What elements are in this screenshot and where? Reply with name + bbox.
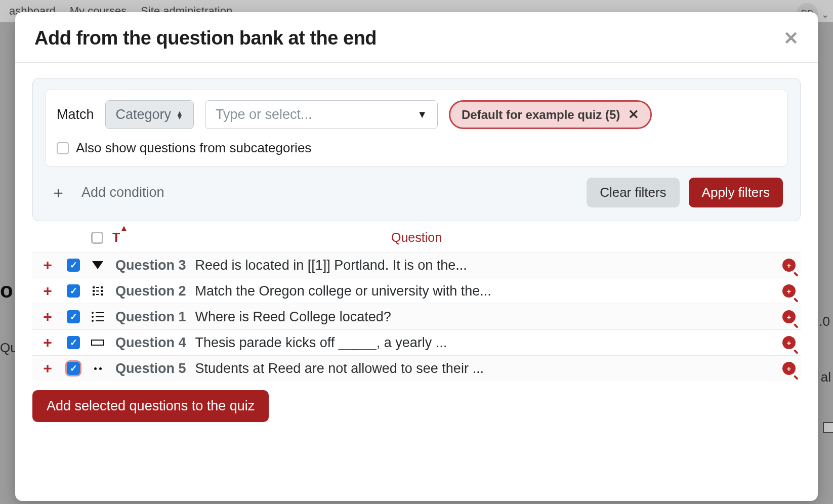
add-condition-label: Add condition	[81, 185, 164, 200]
question-row: +✓Question 1Where is Reed College locate…	[32, 304, 801, 329]
clear-filters-button[interactable]: Clear filters	[587, 178, 679, 207]
question-table-header: T ▲ Question	[32, 221, 801, 252]
question-text: Where is Reed College located?	[195, 309, 773, 325]
sort-by-question-header[interactable]: Question	[391, 230, 442, 245]
question-type-dropdown-icon	[92, 261, 103, 269]
sort-asc-icon: ▲	[119, 223, 129, 234]
question-name: Question 1	[115, 309, 186, 325]
question-text: Match the Oregon college or university w…	[195, 283, 773, 299]
preview-question-button[interactable]: +	[782, 336, 796, 349]
question-text: Reed is located in [[1]] Portland. It is…	[195, 258, 773, 273]
add-selected-button[interactable]: Add selected questions to the quiz	[32, 390, 269, 422]
question-type-icon	[89, 340, 106, 346]
add-question-button[interactable]: +	[37, 334, 58, 351]
question-type-icon	[89, 286, 106, 296]
filter-field-select-label: Category	[116, 107, 172, 122]
select-question-checkbox[interactable]: ✓	[67, 284, 80, 298]
question-row: +✓Question 5Students at Reed are not all…	[32, 355, 801, 381]
question-type-icon	[89, 312, 106, 322]
plus-icon: ＋	[50, 182, 66, 204]
question-type-shortanswer-icon	[91, 340, 104, 346]
sort-by-type-header[interactable]: T ▲	[112, 230, 123, 245]
filter-value-combobox[interactable]: Type or select... ▼	[205, 100, 438, 129]
question-type-multichoice-icon	[92, 312, 104, 322]
question-type-icon	[89, 261, 106, 269]
question-name: Question 2	[115, 283, 186, 299]
question-type-icon	[89, 367, 106, 370]
select-all-checkbox[interactable]	[91, 232, 103, 244]
select-question-checkbox[interactable]: ✓	[67, 336, 80, 349]
zoom-plus-icon: +	[782, 362, 796, 375]
zoom-plus-icon: +	[782, 310, 796, 323]
selected-category-chip[interactable]: Default for example quiz (5) ✕	[449, 100, 652, 129]
filter-value-placeholder: Type or select...	[216, 107, 312, 122]
question-table-body: +✓Question 3Reed is located in [[1]] Por…	[32, 252, 801, 381]
add-condition-button[interactable]: ＋ Add condition	[50, 182, 164, 204]
question-name: Question 5	[115, 361, 186, 376]
chip-remove-icon[interactable]: ✕	[628, 107, 639, 122]
add-question-button[interactable]: +	[37, 257, 58, 274]
modal-title: Add from the question bank at the end	[34, 27, 377, 49]
modal-body: Match Category ▲▼ Type or select... ▼ De…	[15, 63, 818, 432]
zoom-plus-icon: +	[782, 284, 796, 298]
question-name: Question 3	[115, 258, 186, 273]
dropdown-triangle-icon: ▼	[417, 109, 427, 120]
select-question-checkbox[interactable]: ✓	[67, 310, 80, 323]
question-type-truefalse-icon	[94, 367, 102, 370]
question-text: Students at Reed are not allowed to see …	[195, 361, 773, 376]
question-row: +✓Question 4Thesis parade kicks off ____…	[32, 329, 801, 355]
question-row: +✓Question 3Reed is located in [[1]] Por…	[32, 252, 801, 278]
question-bank-modal: Add from the question bank at the end ✕ …	[15, 12, 818, 501]
filter-card: Match Category ▲▼ Type or select... ▼ De…	[32, 78, 801, 221]
question-type-match-icon	[93, 286, 103, 296]
question-row: +✓Question 2Match the Oregon college or …	[32, 278, 801, 304]
sort-arrows-icon: ▲▼	[176, 111, 183, 119]
close-button[interactable]: ✕	[783, 29, 799, 48]
match-label: Match	[57, 107, 94, 122]
sort-by-type-header-label: T	[112, 230, 120, 244]
selected-category-chip-label: Default for example quiz (5)	[462, 108, 620, 122]
preview-question-button[interactable]: +	[782, 259, 796, 272]
question-name: Question 4	[115, 335, 186, 351]
preview-question-button[interactable]: +	[782, 362, 796, 375]
zoom-plus-icon: +	[782, 336, 796, 349]
filter-field-select[interactable]: Category ▲▼	[105, 100, 194, 129]
preview-question-button[interactable]: +	[782, 284, 796, 298]
select-question-checkbox[interactable]: ✓	[67, 259, 80, 272]
subcategories-checkbox[interactable]	[57, 142, 69, 154]
subcategories-label: Also show questions from subcategories	[76, 140, 311, 156]
filter-condition-row: Match Category ▲▼ Type or select... ▼ De…	[45, 90, 788, 166]
select-question-checkbox[interactable]: ✓	[67, 362, 80, 375]
add-question-button[interactable]: +	[37, 308, 58, 325]
add-question-button[interactable]: +	[37, 282, 58, 300]
question-text: Thesis parade kicks off _____, a yearly …	[195, 335, 773, 351]
preview-question-button[interactable]: +	[782, 310, 796, 323]
zoom-plus-icon: +	[782, 259, 796, 272]
modal-header: Add from the question bank at the end ✕	[15, 12, 818, 63]
apply-filters-button[interactable]: Apply filters	[689, 178, 783, 207]
add-question-button[interactable]: +	[37, 360, 58, 377]
